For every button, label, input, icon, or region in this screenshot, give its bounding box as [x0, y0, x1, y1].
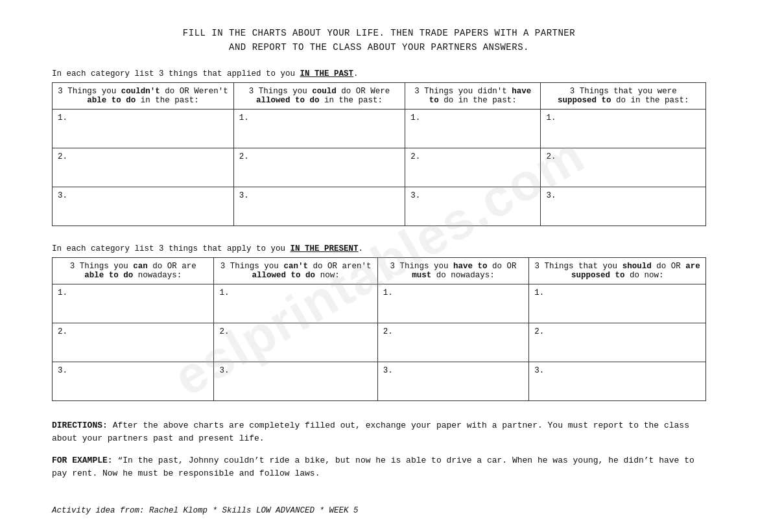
present-col1-row1[interactable]: 1.: [53, 284, 214, 323]
present-col2-header: 3 Things you can't do OR aren't allowed …: [214, 257, 377, 284]
past-col4-header: 3 Things that you were supposed to do in…: [541, 82, 706, 109]
past-col4-row2[interactable]: 2.: [541, 148, 706, 187]
past-section-instruction: In each category list 3 things that appl…: [52, 69, 706, 78]
present-table: 3 Things you can do OR are able to do no…: [52, 257, 706, 401]
present-col2-row3[interactable]: 3.: [214, 362, 377, 400]
present-col1-row3[interactable]: 3.: [53, 362, 214, 400]
past-col1-row3[interactable]: 3.: [53, 187, 234, 226]
present-section-instruction: In each category list 3 things that appl…: [52, 244, 706, 253]
example-label: FOR EXAMPLE:: [52, 456, 113, 465]
past-col2-row1[interactable]: 1.: [233, 109, 405, 148]
present-row-3: 3. 3. 3. 3.: [53, 362, 706, 400]
present-col3-row3[interactable]: 3.: [377, 362, 528, 400]
present-col4-row1[interactable]: 1.: [529, 284, 706, 323]
example-text: “In the past, Johnny couldn’t ride a bik…: [52, 456, 694, 478]
past-col4-row1[interactable]: 1.: [541, 109, 706, 148]
past-col2-row3[interactable]: 3.: [233, 187, 405, 226]
past-col3-header: 3 Things you didn't have to do in the pa…: [405, 82, 541, 109]
attribution: Activity idea from: Rachel Klomp * Skill…: [52, 506, 706, 515]
past-col3-row1[interactable]: 1.: [405, 109, 541, 148]
directions-label: DIRECTIONS:: [52, 421, 108, 430]
past-row-1: 1. 1. 1. 1.: [53, 109, 706, 148]
directions-block: DIRECTIONS: After the above charts are c…: [52, 419, 706, 445]
past-table: 3 Things you couldn't do OR Weren't able…: [52, 82, 706, 226]
past-col1-header: 3 Things you couldn't do OR Weren't able…: [53, 82, 234, 109]
past-col3-row3[interactable]: 3.: [405, 187, 541, 226]
page-title: FILL IN THE CHARTS ABOUT YOUR LIFE. THEN…: [52, 26, 706, 55]
present-col2-row2[interactable]: 2.: [214, 323, 377, 362]
present-col3-row1[interactable]: 1.: [377, 284, 528, 323]
present-col4-header: 3 Things that you should do OR are suppo…: [529, 257, 706, 284]
directions-text: After the above charts are completely fi…: [52, 421, 689, 443]
present-col4-row3[interactable]: 3.: [529, 362, 706, 400]
present-col1-row2[interactable]: 2.: [53, 323, 214, 362]
example-block: FOR EXAMPLE: “In the past, Johnny couldn…: [52, 454, 706, 480]
past-col1-row1[interactable]: 1.: [53, 109, 234, 148]
present-row-1: 1. 1. 1. 1.: [53, 284, 706, 323]
past-col2-row2[interactable]: 2.: [233, 148, 405, 187]
past-col4-row3[interactable]: 3.: [541, 187, 706, 226]
past-row-2: 2. 2. 2. 2.: [53, 148, 706, 187]
present-col2-row1[interactable]: 1.: [214, 284, 377, 323]
present-col3-header: 3 Things you have to do OR must do nowad…: [377, 257, 528, 284]
past-col3-row2[interactable]: 2.: [405, 148, 541, 187]
past-col1-row2[interactable]: 2.: [53, 148, 234, 187]
present-row-2: 2. 2. 2. 2.: [53, 323, 706, 362]
present-col4-row2[interactable]: 2.: [529, 323, 706, 362]
present-col3-row2[interactable]: 2.: [377, 323, 528, 362]
past-col2-header: 3 Things you could do OR Were allowed to…: [233, 82, 405, 109]
past-row-3: 3. 3. 3. 3.: [53, 187, 706, 226]
present-col1-header: 3 Things you can do OR are able to do no…: [53, 257, 214, 284]
